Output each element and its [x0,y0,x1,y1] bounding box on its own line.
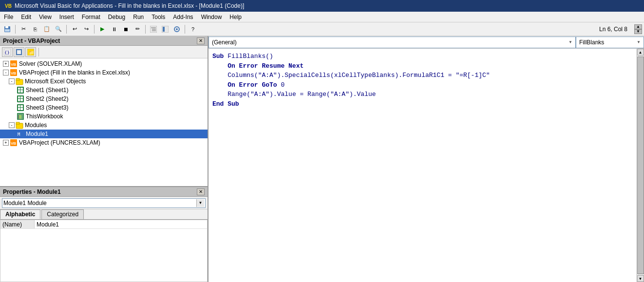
tree-item-sheet2[interactable]: Sheet2 (Sheet2) [0,94,208,103]
properties-grid: (Name) Module1 [0,220,208,282]
svg-rect-36 [18,105,20,107]
tree-item-modules[interactable]: - Modules [0,121,208,130]
sheet3-label: Sheet3 (Sheet3) [26,104,68,111]
title-bar: VB Microsoft Visual Basic for Applicatio… [0,0,644,12]
tab-categorized[interactable]: Categorized [41,209,84,219]
tree-view[interactable]: + VB Solver (SOLVER.XLAM) - VB VBAProjec… [0,58,208,186]
tree-item-module1[interactable]: M Module1 [0,130,208,138]
scroll-up-arrow[interactable]: ▲ [634,24,642,29]
expand-modules[interactable]: - [9,122,15,128]
properties-panel: Properties - Module1 ✕ Module1 Module ▼ … [0,187,208,282]
proj-viewobj-btn[interactable] [14,47,24,57]
menu-file[interactable]: File [0,13,17,21]
project-panel-title: Project - VBAProject [3,38,60,44]
menu-addins[interactable]: Add-Ins [169,13,197,21]
tree-item-vbaproject[interactable]: - VB VBAProject (Fill in the blanks in E… [0,68,208,77]
scroll-top-btn[interactable]: ▲ [637,49,644,56]
menu-run[interactable]: Run [129,13,148,21]
properties-dropdown-label: Module1 Module [3,200,47,207]
toolbar-help-btn[interactable]: ? [188,24,198,35]
toolbar-cut-btn[interactable]: ✂ [18,24,29,35]
svg-text:📁: 📁 [29,50,34,56]
toolbar-sep-2 [66,25,67,34]
toolbar-find-btn[interactable]: 🔍 [53,24,64,35]
menu-insert[interactable]: Insert [56,13,78,21]
svg-rect-3 [5,26,8,28]
vbaproject-label: VBAProject (Fill in the blanks in Excel.… [19,69,130,76]
toolbar-paste-btn[interactable]: 📋 [41,24,52,35]
excel-objects-label: Microsoft Excel Objects [25,78,86,85]
code-object-arrow: ▼ [568,40,572,44]
code-editor[interactable]: Sub FillBlanks() On Error Resume Next Co… [208,49,636,282]
menu-view[interactable]: View [35,13,56,21]
toolbar-break-btn[interactable]: ⏸ [109,24,119,35]
svg-rect-38 [18,108,20,110]
menu-tools[interactable]: Tools [148,13,169,21]
funcres-icon: VB [10,139,18,147]
tree-item-funcres[interactable]: + VB VBAProject (FUNCRES.XLAM) [0,138,208,147]
tree-item-solver[interactable]: + VB Solver (SOLVER.XLAM) [0,59,208,68]
expand-solver[interactable]: + [3,61,9,67]
prop-value-module1[interactable]: Module1 [35,220,207,228]
toolbar-copy-btn[interactable]: ⎘ [30,24,40,35]
menu-debug[interactable]: Debug [104,13,129,21]
toolbar-props-btn[interactable] [160,24,170,35]
scroll-bottom-btn[interactable]: ▼ [637,275,644,282]
expand-funcres[interactable]: + [3,140,9,146]
code-proc-dropdown[interactable]: FillBlanks ▼ [576,37,644,48]
project-panel: Project - VBAProject ✕ {} 📁 + [0,36,208,187]
sheet2-label: Sheet2 (Sheet2) [26,95,68,102]
svg-rect-34 [20,99,23,101]
toolbar-sep-4 [145,25,146,34]
code-object-dropdown[interactable]: (General) ▼ [208,37,576,48]
svg-text:VB: VB [11,141,16,146]
properties-toolbar: Module1 Module ▼ [0,197,208,209]
prop-name-label: (Name) [0,220,35,228]
thisworkbook-icon: 📗 [17,113,24,120]
toolbar-run-btn[interactable]: ▶ [97,24,108,35]
code-line-3: Columns("A:A").SpecialCells(xlCellTypeBl… [212,71,632,80]
project-panel-close[interactable]: ✕ [197,38,205,44]
toolbar-undo-btn[interactable]: ↩ [69,24,80,35]
proj-viewcode-btn[interactable]: {} [2,47,13,57]
tab-alphabetic[interactable]: Alphabetic [0,209,40,219]
toolbar-sep-3 [94,25,95,34]
code-line-5: Range("A:A").Value = Range("A:A").Value [212,90,632,99]
toolbar-save-btn[interactable] [2,24,13,35]
menu-edit[interactable]: Edit [17,13,35,21]
svg-rect-32 [20,96,23,98]
svg-rect-31 [18,96,20,98]
svg-rect-28 [18,90,20,93]
tree-item-thisworkbook[interactable]: 📗 ThisWorkbook [0,112,208,121]
toolbar-design-btn[interactable]: ✏ [132,24,143,35]
scroll-down-arrow[interactable]: ▼ [634,29,642,34]
expand-excel-objects[interactable]: - [9,78,15,84]
properties-object-dropdown[interactable]: Module1 Module ▼ [2,198,206,208]
scroll-thumb[interactable] [637,56,644,274]
main-layout: Project - VBAProject ✕ {} 📁 + [0,36,644,282]
properties-dropdown-arrow[interactable]: ▼ [196,199,204,207]
code-object-label: (General) [212,39,237,46]
toolbar-sep-5 [185,25,185,34]
menu-format[interactable]: Format [78,13,104,21]
proj-toggle-btn[interactable]: 📁 [25,47,36,57]
toolbar-status: Ln 6, Col 8 [595,26,631,33]
svg-rect-44 [16,122,19,124]
toolbar-projexp-btn[interactable] [148,24,159,35]
solver-icon: VB [10,60,18,68]
vba-app-icon: VB [4,2,12,10]
properties-close[interactable]: ✕ [197,188,205,195]
tree-item-sheet1[interactable]: Sheet1 (Sheet1) [0,86,208,94]
svg-point-12 [176,28,178,30]
tree-item-sheet3[interactable]: Sheet3 (Sheet3) [0,103,208,112]
tree-item-excel-objects[interactable]: - Microsoft Excel Objects [0,77,208,86]
code-proc-label: FillBlanks [579,39,604,46]
toolbar-objbro-btn[interactable] [171,24,182,35]
toolbar-redo-btn[interactable]: ↪ [81,24,92,35]
code-proc-arrow: ▼ [637,40,641,44]
menu-window[interactable]: Window [197,13,226,21]
code-scrollbar[interactable]: ▲ ▼ [636,49,644,282]
menu-help[interactable]: Help [226,13,246,21]
toolbar-stop-btn[interactable]: ⏹ [120,24,131,35]
expand-vbaproject[interactable]: - [3,70,9,75]
